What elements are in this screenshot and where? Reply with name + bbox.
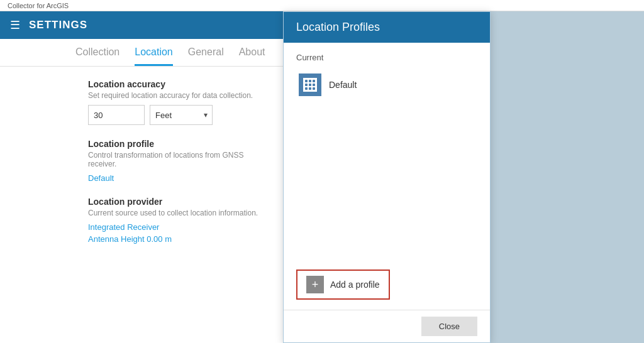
tab-collection[interactable]: Collection: [75, 46, 119, 66]
panel-body: Current Default: [284, 43, 490, 259]
location-accuracy-input-row: Feet Meters: [88, 105, 268, 125]
tab-about[interactable]: About: [239, 46, 265, 66]
location-profile-group: Location profile Control transformation …: [88, 139, 268, 183]
location-profile-link[interactable]: Default: [88, 173, 268, 183]
accuracy-unit-wrapper: Feet Meters: [150, 105, 213, 125]
location-accuracy-desc: Set required location accuracy for data …: [88, 91, 268, 100]
accuracy-unit-select[interactable]: Feet Meters: [150, 105, 213, 125]
add-profile-button[interactable]: + Add a profile: [296, 270, 390, 300]
grid-dot-3: [313, 80, 315, 82]
antenna-height-link[interactable]: Antenna Height 0.00 m: [88, 234, 268, 244]
profile-icon: [299, 74, 321, 96]
integrated-receiver-link[interactable]: Integrated Receiver: [88, 222, 268, 232]
location-profile-label: Location profile: [88, 139, 268, 149]
profile-icon-grid: [303, 78, 317, 92]
add-icon: +: [306, 276, 324, 293]
add-profile-label: Add a profile: [330, 280, 380, 290]
tabs-bar: Collection Location General About: [0, 39, 283, 67]
location-provider-desc: Current source used to collect location …: [88, 209, 268, 217]
panel-title: Location Profiles: [284, 12, 490, 43]
grid-dot-9: [313, 87, 315, 90]
close-button[interactable]: Close: [421, 317, 477, 336]
location-provider-group: Location provider Current source used to…: [88, 197, 268, 244]
settings-content: Location accuracy Set required location …: [0, 67, 283, 270]
grid-dot-5: [309, 84, 311, 86]
location-profile-desc: Control transformation of locations from…: [88, 151, 268, 168]
tab-general[interactable]: General: [188, 46, 224, 66]
background-overlay: [491, 11, 644, 343]
tab-location[interactable]: Location: [135, 46, 173, 66]
settings-title: SETTINGS: [29, 19, 87, 31]
main-content: Collection Location General About Locati…: [0, 39, 644, 343]
app-title: Collector for ArcGIS: [8, 2, 69, 9]
grid-dot-2: [309, 80, 311, 82]
left-panel: Collection Location General About Locati…: [0, 39, 283, 343]
panel-footer: Close: [284, 310, 490, 342]
location-accuracy-group: Location accuracy Set required location …: [88, 79, 268, 125]
grid-dot-6: [313, 84, 315, 86]
hamburger-icon[interactable]: ☰: [10, 19, 20, 31]
default-profile-item[interactable]: Default: [296, 70, 477, 100]
accuracy-value-input[interactable]: [88, 105, 145, 125]
location-accuracy-label: Location accuracy: [88, 79, 268, 89]
add-profile-section: + Add a profile: [284, 259, 490, 310]
grid-dot-8: [309, 87, 311, 90]
default-profile-name: Default: [329, 80, 357, 90]
grid-dot-1: [305, 80, 308, 82]
location-provider-label: Location provider: [88, 197, 268, 207]
top-bar: Collector for ArcGIS: [0, 0, 644, 11]
grid-dot-4: [305, 84, 308, 86]
location-profiles-panel: Location Profiles Current: [283, 11, 491, 343]
grid-dot-7: [305, 87, 308, 90]
current-label: Current: [296, 53, 477, 62]
